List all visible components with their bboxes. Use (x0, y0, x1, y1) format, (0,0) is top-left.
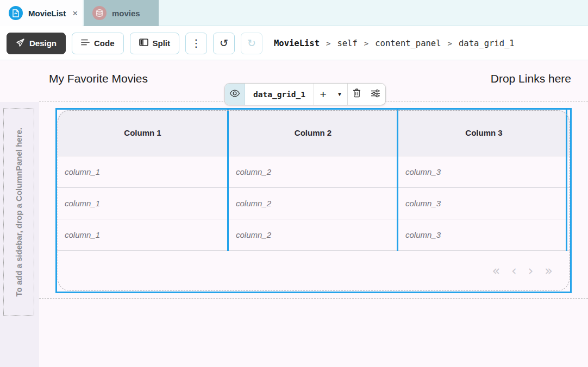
table-cell: column_1 (57, 219, 228, 250)
breadcrumb: MovieList > self > content_panel > data_… (274, 39, 515, 48)
page-title[interactable]: My Favorite Movies (49, 72, 148, 85)
breadcrumb-root[interactable]: MovieList (274, 39, 320, 48)
table-cell: column_1 (57, 156, 228, 187)
table-row[interactable]: column_1 column_2 column_3 (57, 188, 570, 219)
paper-plane-icon (16, 38, 25, 49)
table-row[interactable]: column_1 column_2 column_3 (57, 219, 570, 251)
tab-movies[interactable]: movies (84, 0, 159, 26)
first-page-icon[interactable]: « (492, 264, 500, 277)
app-window: MovieList × movies Design Code Split ⋮ ↺ (0, 0, 588, 367)
table-cell: column_2 (228, 219, 398, 250)
redo-icon: ↻ (247, 38, 256, 48)
editor-tabbar: MovieList × movies (0, 0, 588, 26)
split-button[interactable]: Split (130, 33, 180, 54)
breadcrumb-separator: > (364, 39, 368, 48)
design-button[interactable]: Design (7, 33, 66, 54)
chevron-down-icon: ▼ (337, 91, 342, 97)
column-resize-handle[interactable] (227, 110, 229, 251)
plus-icon: + (320, 88, 326, 101)
tab-movies-label: movies (112, 9, 140, 18)
column-resize-handle[interactable] (397, 110, 398, 251)
trash-icon (353, 88, 361, 100)
table-row[interactable]: column_1 column_2 column_3 (57, 156, 570, 188)
table-cell: column_3 (398, 156, 570, 187)
table-cell: column_3 (398, 219, 570, 250)
component-properties-button[interactable] (366, 84, 385, 105)
breadcrumb-data-grid[interactable]: data_grid_1 (459, 39, 515, 48)
split-button-label: Split (153, 39, 171, 48)
table-cell: column_2 (228, 156, 398, 187)
code-button[interactable]: Code (72, 33, 124, 54)
tab-movielist[interactable]: MovieList × (0, 0, 83, 26)
data-grid-component[interactable]: Column 1 Column 2 Column 3 column_1 colu… (55, 108, 572, 293)
kebab-menu-icon: ⋮ (191, 38, 202, 48)
design-canvas: My Favorite Movies Drop Links here To ad… (0, 60, 588, 367)
redo-button[interactable]: ↻ (241, 33, 262, 54)
undo-icon: ↺ (220, 38, 228, 48)
last-page-icon[interactable]: » (545, 264, 553, 277)
add-component-button[interactable]: + (314, 84, 332, 105)
more-options-button[interactable]: ⋮ (185, 33, 207, 54)
component-toolbar: data_grid_1 + ▼ (224, 83, 386, 105)
editor-toolbar: Design Code Split ⋮ ↺ ↻ MovieList > self… (0, 27, 588, 60)
drop-links-zone[interactable]: Drop Links here (491, 72, 571, 85)
split-view-icon (139, 39, 148, 48)
delete-component-button[interactable] (348, 84, 366, 105)
close-icon[interactable]: × (72, 9, 78, 18)
breadcrumb-self[interactable]: self (337, 39, 357, 48)
database-icon (92, 6, 107, 20)
breadcrumb-separator: > (326, 39, 330, 48)
eye-icon (229, 90, 240, 99)
sidebar-hint-text: To add a sidebar, drop a ColumnPanel her… (14, 128, 23, 296)
column-resize-handle[interactable] (566, 110, 567, 251)
visibility-button[interactable] (225, 84, 245, 105)
table-cell: column_3 (398, 188, 570, 219)
content-panel-divider-bottom (39, 298, 588, 299)
column-header[interactable]: Column 2 (228, 110, 398, 156)
pagination-bar: « ‹ › » (57, 251, 570, 291)
breadcrumb-content-panel[interactable]: content_panel (375, 39, 441, 48)
column-header[interactable]: Column 1 (57, 110, 228, 156)
form-icon (9, 6, 23, 20)
column-header[interactable]: Column 3 (398, 110, 570, 156)
design-button-label: Design (29, 39, 57, 48)
tab-movielist-label: MovieList (28, 9, 66, 18)
next-page-icon[interactable]: › (528, 264, 534, 277)
previous-page-icon[interactable]: ‹ (511, 264, 517, 277)
table-cell: column_2 (228, 188, 398, 219)
data-grid-header-row[interactable]: Column 1 Column 2 Column 3 (57, 110, 570, 156)
breadcrumb-separator: > (448, 39, 452, 48)
undo-button[interactable]: ↺ (213, 33, 235, 54)
sidebar-drop-zone[interactable]: To add a sidebar, drop a ColumnPanel her… (3, 108, 34, 316)
component-name-label[interactable]: data_grid_1 (245, 84, 314, 105)
sidebar-drop-strip[interactable]: To add a sidebar, drop a ColumnPanel her… (0, 102, 39, 367)
code-lines-icon (81, 39, 90, 48)
sliders-icon (371, 89, 380, 100)
add-component-dropdown[interactable]: ▼ (332, 84, 348, 105)
table-cell: column_1 (57, 188, 228, 219)
code-button-label: Code (94, 39, 115, 48)
